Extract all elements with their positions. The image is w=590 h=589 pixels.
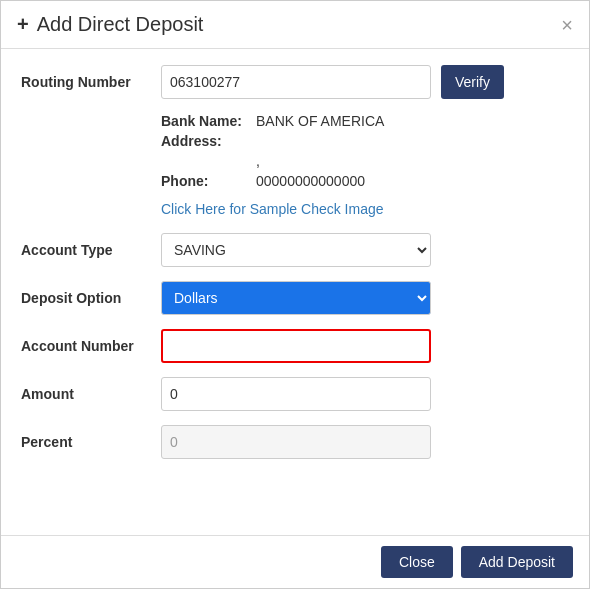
modal-body: Routing Number Verify Bank Name: BANK OF… xyxy=(1,49,589,535)
percent-row: Percent xyxy=(21,425,569,459)
deposit-option-row: Deposit Option Dollars Percent Remainder xyxy=(21,281,569,315)
address-label: Address: xyxy=(161,133,256,149)
close-button[interactable]: Close xyxy=(381,546,453,578)
modal-close-button[interactable]: × xyxy=(561,15,573,35)
bank-name-row: Bank Name: BANK OF AMERICA xyxy=(161,113,569,129)
address-comma-label xyxy=(161,153,256,169)
routing-number-label: Routing Number xyxy=(21,74,161,90)
address-row: Address: xyxy=(161,133,569,149)
amount-input[interactable] xyxy=(161,377,431,411)
bank-name-label: Bank Name: xyxy=(161,113,256,129)
account-type-row: Account Type SAVING CHECKING xyxy=(21,233,569,267)
account-number-label: Account Number xyxy=(21,338,161,354)
bank-name-value: BANK OF AMERICA xyxy=(256,113,384,129)
account-type-select[interactable]: SAVING CHECKING xyxy=(161,233,431,267)
percent-label: Percent xyxy=(21,434,161,450)
modal-header: + Add Direct Deposit × xyxy=(1,1,589,49)
add-deposit-button[interactable]: Add Deposit xyxy=(461,546,573,578)
amount-row: Amount xyxy=(21,377,569,411)
percent-input[interactable] xyxy=(161,425,431,459)
add-direct-deposit-modal: + Add Direct Deposit × Routing Number Ve… xyxy=(0,0,590,589)
bank-info: Bank Name: BANK OF AMERICA Address: , Ph… xyxy=(161,113,569,189)
deposit-option-select[interactable]: Dollars Percent Remainder xyxy=(161,281,431,315)
account-number-row: Account Number xyxy=(21,329,569,363)
address-comma-row: , xyxy=(161,153,569,169)
phone-value: 00000000000000 xyxy=(256,173,365,189)
account-type-label: Account Type xyxy=(21,242,161,258)
routing-number-row: Routing Number Verify xyxy=(21,65,569,99)
modal-title: + Add Direct Deposit xyxy=(17,13,203,36)
account-number-input[interactable] xyxy=(161,329,431,363)
deposit-option-label: Deposit Option xyxy=(21,290,161,306)
amount-label: Amount xyxy=(21,386,161,402)
plus-icon: + xyxy=(17,13,29,36)
routing-number-input[interactable] xyxy=(161,65,431,99)
address-comma-value: , xyxy=(256,153,260,169)
sample-check-link[interactable]: Click Here for Sample Check Image xyxy=(161,201,569,217)
modal-title-text: Add Direct Deposit xyxy=(37,13,204,36)
phone-row: Phone: 00000000000000 xyxy=(161,173,569,189)
modal-footer: Close Add Deposit xyxy=(1,535,589,588)
phone-label: Phone: xyxy=(161,173,256,189)
verify-button[interactable]: Verify xyxy=(441,65,504,99)
